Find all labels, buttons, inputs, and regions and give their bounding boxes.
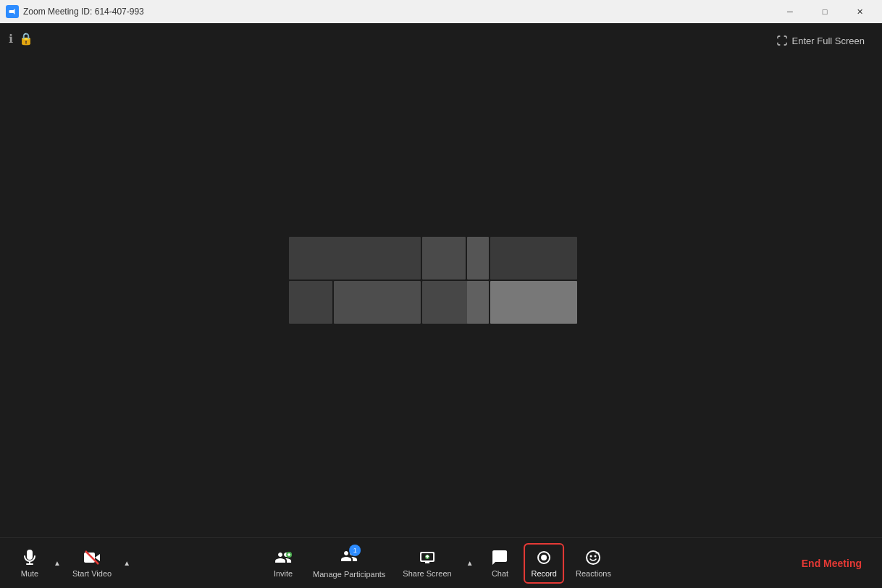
blur-cell-3 [467, 237, 489, 280]
maximize-button[interactable]: □ [808, 0, 841, 23]
toolbar-left: Mute ▲ Start Video ▲ [12, 545, 133, 582]
participants-icon-wrapper: 1 [340, 547, 358, 567]
app-icon [6, 5, 19, 18]
mic-icon [21, 549, 38, 566]
reactions-label: Reactions [576, 569, 611, 578]
fullscreen-button[interactable]: Enter Full Screen [770, 32, 870, 49]
participant-count-badge: 1 [349, 545, 361, 556]
minimize-button[interactable]: ─ [773, 0, 807, 23]
mute-chevron[interactable]: ▲ [51, 556, 64, 570]
toolbar: Mute ▲ Start Video ▲ Invite [0, 537, 882, 588]
chat-icon [492, 549, 509, 566]
blur-cell-2 [422, 237, 466, 280]
toolbar-center: Invite 1 Manage Participants Share Scree… [265, 543, 617, 584]
lock-icon: 🔒 [19, 32, 33, 46]
record-label: Record [532, 569, 557, 578]
record-icon [535, 549, 553, 566]
mute-button[interactable]: Mute [12, 545, 48, 582]
title-bar: Zoom Meeting ID: 614-407-993 ─ □ ✕ [0, 0, 882, 23]
chat-label: Chat [492, 569, 508, 578]
svg-rect-10 [425, 562, 429, 563]
end-meeting-button[interactable]: End Meeting [793, 552, 870, 575]
invite-label: Invite [274, 569, 293, 578]
manage-participants-button[interactable]: 1 Manage Participants [307, 543, 391, 583]
share-screen-label: Share Screen [403, 569, 451, 578]
share-screen-icon [419, 549, 436, 566]
share-screen-chevron[interactable]: ▲ [463, 556, 476, 570]
svg-point-15 [590, 555, 592, 557]
record-button[interactable]: Record [524, 543, 564, 584]
main-content: ℹ 🔒 Enter Full Screen [0, 23, 882, 537]
reactions-button[interactable]: Reactions [570, 545, 617, 582]
svg-point-16 [595, 555, 597, 557]
start-video-label: Start Video [72, 569, 112, 578]
chat-button[interactable]: Chat [482, 545, 518, 582]
blur-cell-4 [490, 237, 577, 280]
share-screen-button[interactable]: Share Screen [397, 545, 457, 582]
invite-icon [274, 549, 292, 566]
manage-participants-label: Manage Participants [313, 570, 385, 579]
window-title: Zoom Meeting ID: 614-407-993 [23, 7, 144, 17]
video-icon [83, 549, 101, 566]
fullscreen-icon [776, 35, 788, 46]
start-video-button[interactable]: Start Video [67, 545, 117, 582]
svg-point-13 [541, 555, 547, 560]
blur-cell-5 [289, 281, 332, 324]
blur-cell-6 [334, 281, 421, 324]
blur-cell-8 [467, 281, 489, 324]
invite-button[interactable]: Invite [265, 545, 301, 582]
blur-cell-9 [490, 281, 577, 324]
fullscreen-label: Enter Full Screen [792, 35, 865, 46]
blur-cell-1 [289, 237, 421, 280]
header-icons: ℹ 🔒 [9, 32, 33, 46]
info-icon[interactable]: ℹ [9, 32, 13, 46]
blurred-content-area [289, 237, 593, 324]
video-chevron[interactable]: ▲ [120, 556, 133, 570]
mute-label: Mute [21, 569, 38, 578]
title-bar-left: Zoom Meeting ID: 614-407-993 [6, 5, 144, 18]
close-button[interactable]: ✕ [843, 0, 876, 23]
window-controls: ─ □ ✕ [773, 0, 876, 23]
reactions-icon [584, 549, 602, 566]
